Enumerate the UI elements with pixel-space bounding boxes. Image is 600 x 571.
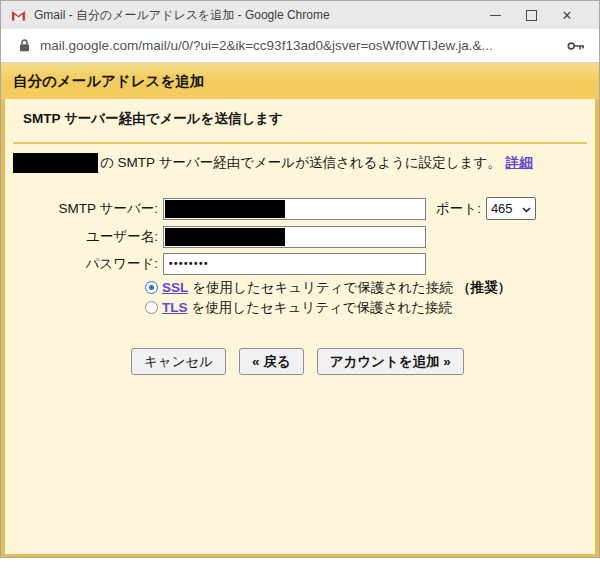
password-input-wrap <box>163 253 426 275</box>
browser-popup-window: Gmail - 自分のメールアドレスを追加 - Google Chrome ✕ <box>0 0 600 558</box>
chevron-down-icon <box>522 201 531 216</box>
tls-radio[interactable] <box>145 301 158 314</box>
smtp-server-row: SMTP サーバー: ポート: 465 <box>11 197 536 220</box>
gmail-favicon-icon <box>11 10 26 21</box>
dialog-header: 自分のメールアドレスを追加 <box>1 63 599 99</box>
port-select[interactable]: 465 <box>486 197 536 220</box>
intro-text: の SMTP サーバー経由でメールが送信されるように設定します。 <box>100 154 501 172</box>
redacted-smtp-server-value <box>165 200 285 218</box>
gold-divider <box>13 142 587 144</box>
close-button[interactable]: ✕ <box>549 1 585 29</box>
minimize-button[interactable] <box>477 1 513 29</box>
port-selected-value: 465 <box>491 201 513 216</box>
button-row: キャンセル « 戻る アカウントを追加 » <box>131 348 464 375</box>
address-bar[interactable]: mail.google.com/mail/u/0/?ui=2&ik=cc93f1… <box>1 29 599 63</box>
dialog-header-title: 自分のメールアドレスを追加 <box>13 72 204 91</box>
section-title: SMTP サーバー経由でメールを送信します <box>23 110 283 128</box>
lock-icon[interactable] <box>19 39 30 52</box>
back-button[interactable]: « 戻る <box>239 348 304 375</box>
cancel-button[interactable]: キャンセル <box>131 348 226 375</box>
maximize-icon <box>526 10 537 21</box>
tls-option-row: TLS を使用したセキュリティで保護された接続 <box>145 299 452 316</box>
screenshot-canvas: Gmail - 自分のメールアドレスを追加 - Google Chrome ✕ <box>0 0 600 571</box>
username-label: ユーザー名: <box>11 228 163 246</box>
close-icon: ✕ <box>562 9 573 22</box>
minimize-icon <box>490 15 501 16</box>
intro-line: の SMTP サーバー経由でメールが送信されるように設定します。 詳細 <box>13 153 533 173</box>
smtp-server-input-wrap <box>163 198 426 220</box>
password-row: パスワード: <box>11 252 426 275</box>
window-titlebar: Gmail - 自分のメールアドレスを追加 - Google Chrome ✕ <box>1 1 599 29</box>
ssl-radio[interactable] <box>145 281 158 294</box>
username-input-wrap <box>163 226 426 248</box>
ssl-option-text: を使用したセキュリティで保護された接続 <box>192 279 453 297</box>
window-title: Gmail - 自分のメールアドレスを追加 - Google Chrome <box>34 7 330 24</box>
ssl-recommended-badge: （推奨） <box>457 279 511 297</box>
password-input[interactable] <box>163 253 426 275</box>
url-text[interactable]: mail.google.com/mail/u/0/?ui=2&ik=cc93f1… <box>40 38 559 53</box>
details-link[interactable]: 詳細 <box>506 154 533 172</box>
dialog-content: SMTP サーバー経由でメールを送信します の SMTP サーバー経由でメールが… <box>1 99 599 557</box>
key-icon[interactable] <box>567 41 585 51</box>
password-label: パスワード: <box>11 255 163 273</box>
maximize-button[interactable] <box>513 1 549 29</box>
tls-link[interactable]: TLS <box>162 300 188 315</box>
add-account-button[interactable]: アカウントを追加 » <box>317 348 464 375</box>
window-controls: ✕ <box>477 1 585 29</box>
redacted-username-value <box>165 228 285 246</box>
username-row: ユーザー名: <box>11 225 426 248</box>
ssl-link[interactable]: SSL <box>162 280 188 295</box>
redacted-email-address <box>13 153 98 173</box>
ssl-option-row: SSL を使用したセキュリティで保護された接続 （推奨） <box>145 279 511 296</box>
smtp-server-label: SMTP サーバー: <box>11 200 163 218</box>
tls-option-text: を使用したセキュリティで保護された接続 <box>192 299 453 317</box>
port-label: ポート: <box>436 200 481 218</box>
